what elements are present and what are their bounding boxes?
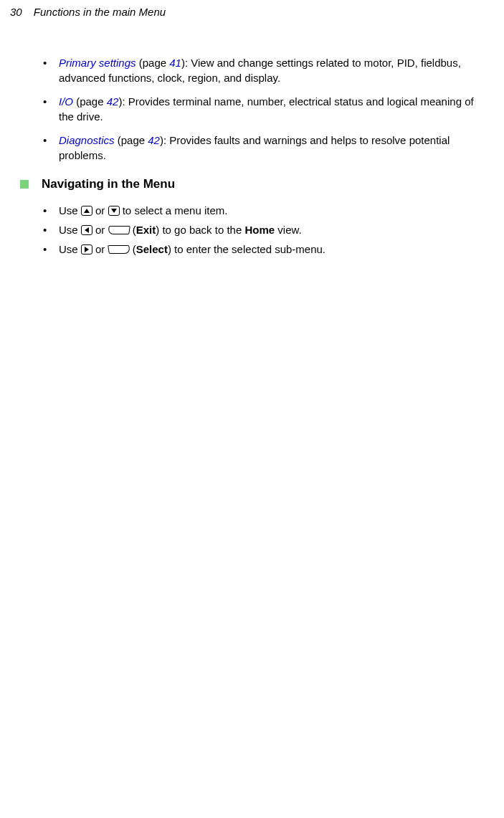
page-number: 30 — [10, 6, 22, 18]
page-ref[interactable]: 42 — [107, 95, 119, 108]
right-key-icon — [81, 244, 92, 255]
left-key-icon — [81, 225, 92, 235]
right-softkey-icon — [108, 245, 130, 254]
link-diagnostics[interactable]: Diagnostics — [59, 134, 115, 146]
page-header: 30 Functions in the main Menu — [0, 0, 504, 19]
list-item: I/O (page 42): Provides terminal name, n… — [42, 94, 490, 124]
page-ref[interactable]: 42 — [148, 134, 160, 146]
section-title: Functions in the main Menu — [34, 6, 166, 18]
list-item: Use or to select a menu item. — [42, 203, 490, 218]
text: (page — [115, 134, 148, 146]
svg-marker-1 — [111, 209, 117, 213]
list-item: Use or (Exit) to go back to the Home vie… — [42, 222, 490, 237]
text: Use — [59, 243, 81, 255]
exit-label: Exit — [136, 224, 156, 236]
text: ): Provides terminal name, number, elect… — [59, 95, 474, 123]
text: ( — [130, 243, 136, 255]
text: ) to go back to the — [156, 224, 244, 236]
section-marker-icon — [20, 180, 29, 189]
section-heading: Navigating in the Menu — [42, 176, 175, 193]
text: (page — [73, 95, 107, 108]
text: to select a menu item. — [120, 204, 228, 217]
text: ( — [130, 224, 136, 236]
svg-marker-0 — [84, 209, 90, 213]
down-key-icon — [108, 206, 120, 216]
text: or — [92, 243, 108, 255]
heading-row: Navigating in the Menu — [20, 176, 490, 193]
text: (page — [136, 57, 170, 69]
svg-marker-2 — [85, 227, 89, 233]
text: or — [92, 224, 108, 236]
list-item: Diagnostics (page 42): Provides faults a… — [42, 133, 490, 163]
text: Use — [59, 224, 81, 236]
feature-list: Primary settings (page 41): View and cha… — [42, 55, 490, 163]
select-label: Select — [136, 243, 168, 255]
text: ) to enter the selected sub-menu. — [168, 243, 325, 255]
up-key-icon — [81, 206, 92, 216]
list-item: Primary settings (page 41): View and cha… — [42, 55, 490, 85]
navigation-list: Use or to select a menu item. Use or (Ex… — [42, 203, 490, 257]
left-softkey-icon — [108, 226, 130, 234]
link-primary-settings[interactable]: Primary settings — [59, 57, 136, 69]
link-io[interactable]: I/O — [59, 95, 73, 108]
svg-marker-3 — [85, 247, 89, 252]
page-ref[interactable]: 41 — [169, 57, 181, 69]
text: Use — [59, 204, 81, 217]
home-label: Home — [244, 224, 275, 236]
page-content: Primary settings (page 41): View and cha… — [0, 19, 504, 257]
text: view. — [275, 224, 302, 236]
text: or — [92, 204, 108, 217]
list-item: Use or (Select) to enter the selected su… — [42, 242, 490, 257]
